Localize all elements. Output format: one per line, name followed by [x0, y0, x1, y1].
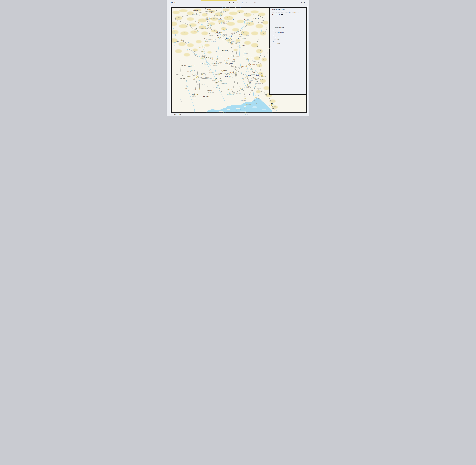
- legend-symbol: [273, 30, 304, 31]
- entry-title: 3234. MANFANILE: [272, 8, 307, 10]
- comparison-panel: [270, 8, 306, 94]
- map-scale: Scala 1: 300.000: [174, 114, 181, 115]
- legend-entry: 212amáni: [273, 39, 304, 40]
- apparato-rows: 3ašťíl vǫn da dréi̯šl40baśtón̦P92bmáni21…: [273, 30, 304, 44]
- legend-entry-number: 212a: [273, 39, 276, 40]
- legend-entry-word: máni: [278, 39, 280, 40]
- entry-reference: Q. ALI 3582, AIS 1474: [272, 14, 307, 15]
- legend-entry-number: 40: [273, 33, 276, 34]
- legend-symbol: S: [273, 41, 304, 42]
- legend-entry: 3ašťíl vǫn da dréi̯šl: [273, 32, 304, 33]
- legend-entry-word: máni: [278, 37, 280, 38]
- legend-entry-word: máčǫ: [278, 43, 280, 44]
- legend-entry-word: šťíl vǫn da dréi̯šl: [278, 32, 284, 33]
- legend-entry-number: 3a: [273, 32, 276, 33]
- atlas-title: A S L E F: [229, 2, 248, 4]
- apparato-title: Apparato di confronto: [273, 27, 304, 28]
- map-number: Carta 438: [300, 2, 305, 3]
- legend-entry-word: baśtón̦: [278, 33, 280, 34]
- map-graphics: [167, 0, 309, 116]
- legend-entry-number: 2: [273, 43, 276, 44]
- legend-entry-number: 92b: [273, 37, 276, 38]
- legend-symbol: P: [273, 35, 304, 37]
- apparato-di-confronto: Apparato di confronto 3ašťíl vǫn da dréi…: [273, 27, 304, 45]
- sheet-number: Tav. 615: [171, 2, 176, 3]
- map-title-block: 3234. MANFANILE Manche du fléau - Stiel …: [272, 8, 307, 15]
- atlas-page: Tav. 615 A S L E F Carta 438 Scala 1: 30…: [167, 0, 309, 116]
- legend-entry: 2máčǫ: [273, 43, 304, 44]
- entry-subtitle: Manche du fléau - Stiel des Dreschflegel…: [272, 11, 307, 13]
- legend-entry: 92bmáni: [273, 37, 304, 38]
- legend-entry: 40baśtón̦: [273, 33, 304, 34]
- circle-symbol-icon: [273, 30, 274, 31]
